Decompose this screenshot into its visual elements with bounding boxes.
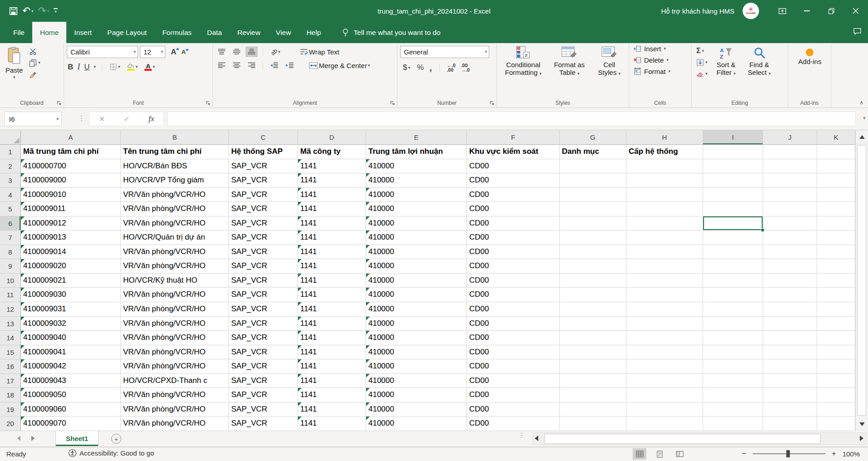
cell-E18[interactable]: 410000 (366, 388, 467, 402)
cell-G12[interactable] (560, 302, 626, 317)
page-break-preview-button[interactable] (673, 448, 686, 460)
cell-J1[interactable] (763, 145, 817, 159)
align-right-button[interactable] (246, 60, 258, 70)
cell-C15[interactable]: SAP_VCR (229, 345, 298, 360)
cell-D4[interactable]: 1141 (298, 188, 366, 202)
row-header-3[interactable]: 3 (0, 173, 21, 188)
cell-F8[interactable]: CD00 (467, 245, 560, 260)
cell-D18[interactable]: 1141 (298, 388, 366, 402)
merge-center-button[interactable]: Merge & Center ▾ (308, 61, 371, 70)
row-header-5[interactable]: 5 (0, 202, 21, 216)
cell-G10[interactable] (560, 274, 626, 288)
cell-G11[interactable] (560, 288, 626, 302)
column-header-F[interactable]: F (467, 130, 560, 145)
cell-F16[interactable]: CD00 (467, 359, 560, 374)
tab-review[interactable]: Review (230, 22, 268, 43)
cell-D11[interactable]: 1141 (298, 288, 366, 302)
cell-D16[interactable]: 1141 (298, 359, 366, 374)
cell-I8[interactable] (703, 245, 763, 260)
cell-K5[interactable] (817, 202, 855, 216)
cell-J12[interactable] (763, 302, 817, 317)
cell-A4[interactable]: 4100009010 (21, 188, 121, 202)
cell-H9[interactable] (626, 259, 703, 274)
decrease-decimal-button[interactable]: .00→.0 (461, 63, 470, 72)
cell-K4[interactable] (817, 188, 855, 202)
cell-F7[interactable]: CD00 (467, 230, 560, 245)
cell-H14[interactable] (626, 331, 703, 345)
cell-C1[interactable]: Hệ thống SAP (229, 145, 298, 159)
wrap-text-button[interactable]: Wrap Text (298, 48, 341, 56)
cut-button[interactable] (29, 47, 40, 55)
cell-F5[interactable]: CD00 (467, 202, 560, 216)
cell-G15[interactable] (560, 345, 626, 360)
font-dialog-launcher[interactable] (205, 100, 210, 105)
vertical-scrollbar[interactable] (855, 130, 868, 431)
cell-K18[interactable] (817, 388, 855, 402)
cell-B3[interactable]: HO/VCR/VP Tổng giám (121, 173, 229, 188)
row-header-8[interactable]: 8 (0, 245, 21, 260)
cell-I9[interactable] (703, 259, 763, 274)
zoom-level[interactable]: 100% (843, 450, 860, 458)
cell-C11[interactable]: SAP_VCR (229, 288, 298, 302)
cell-J3[interactable] (763, 173, 817, 188)
cell-K15[interactable] (817, 345, 855, 360)
tab-page-layout[interactable]: Page Layout (99, 22, 154, 43)
row-header-17[interactable]: 17 (0, 374, 21, 388)
format-as-table-button[interactable]: Format as Table ▾ (549, 45, 590, 77)
fill-color-button[interactable]: ▾ (126, 63, 139, 71)
cell-G13[interactable] (560, 317, 626, 331)
cell-I19[interactable] (703, 402, 763, 417)
cell-C2[interactable]: SAP_VCR (229, 159, 298, 174)
cell-C7[interactable]: SAP_VCR (229, 230, 298, 245)
row-header-1[interactable]: 1 (0, 145, 21, 159)
row-header-7[interactable]: 7 (0, 230, 21, 245)
insert-function-button[interactable]: fx (149, 114, 154, 123)
cell-I4[interactable] (703, 188, 763, 202)
clear-button[interactable]: ▾ (696, 69, 708, 78)
decrease-font-size-button[interactable]: A (181, 49, 189, 55)
name-box[interactable]: I6▾ (4, 112, 62, 126)
cell-J5[interactable] (763, 202, 817, 216)
cell-G7[interactable] (560, 230, 626, 245)
cell-C18[interactable]: SAP_VCR (229, 388, 298, 402)
cell-F20[interactable]: CD00 (467, 417, 560, 431)
cell-F6[interactable]: CD00 (467, 216, 560, 231)
cell-H3[interactable] (626, 173, 703, 188)
increase-decimal-button[interactable]: ←.0.00 (447, 63, 456, 72)
cell-B13[interactable]: VR/Văn phòng/VCR/HO (121, 317, 229, 331)
borders-button[interactable]: ▾ (108, 63, 122, 71)
undo-button[interactable]: ↶▾ (22, 6, 33, 16)
cell-B2[interactable]: HO/VCR/Bán BĐS (121, 159, 229, 174)
cell-H13[interactable] (626, 317, 703, 331)
decrease-indent-button[interactable] (268, 60, 280, 70)
cell-D6[interactable]: 1141 (298, 216, 366, 231)
cell-I14[interactable] (703, 331, 763, 345)
cell-J8[interactable] (763, 245, 817, 260)
cell-C19[interactable]: SAP_VCR (229, 402, 298, 417)
cell-F18[interactable]: CD00 (467, 388, 560, 402)
cell-C16[interactable]: SAP_VCR (229, 359, 298, 374)
cell-A15[interactable]: 4100009041 (21, 345, 121, 360)
align-left-button[interactable] (216, 60, 228, 70)
cell-A16[interactable]: 4100009042 (21, 359, 121, 374)
cell-E15[interactable]: 410000 (366, 345, 467, 360)
tab-help[interactable]: Help (299, 22, 329, 43)
column-header-E[interactable]: E (366, 130, 467, 145)
cell-I20[interactable] (703, 417, 763, 431)
cell-H11[interactable] (626, 288, 703, 302)
cell-G17[interactable] (560, 374, 626, 388)
cell-K8[interactable] (817, 245, 855, 260)
align-top-button[interactable] (216, 47, 228, 57)
cell-A12[interactable]: 4100009031 (21, 302, 121, 317)
row-header-19[interactable]: 19 (0, 402, 21, 417)
cell-E12[interactable]: 410000 (366, 302, 467, 317)
cell-D9[interactable]: 1141 (298, 259, 366, 274)
column-header-K[interactable]: K (817, 130, 855, 145)
cell-B17[interactable]: HO/VCR/CPXD-Thanh c (121, 374, 229, 388)
cell-C12[interactable]: SAP_VCR (229, 302, 298, 317)
cell-K16[interactable] (817, 359, 855, 374)
column-header-I[interactable]: I (703, 130, 763, 145)
cell-G8[interactable] (560, 245, 626, 260)
cell-I15[interactable] (703, 345, 763, 360)
cell-C17[interactable]: SAP_VCR (229, 374, 298, 388)
